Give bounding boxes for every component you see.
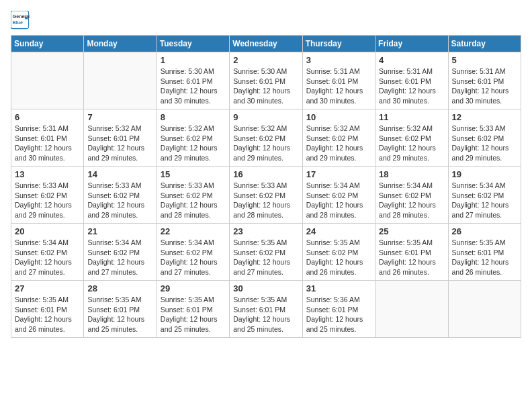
day-number: 22	[161, 226, 226, 236]
day-number: 30	[233, 283, 298, 293]
calendar-cell: 2Sunrise: 5:30 AMSunset: 6:01 PMDaylight…	[230, 52, 302, 109]
calendar-cell: 9Sunrise: 5:32 AMSunset: 6:02 PMDaylight…	[230, 109, 302, 167]
calendar-table: SundayMondayTuesdayWednesdayThursdayFrid…	[11, 35, 521, 338]
calendar-cell: 28Sunrise: 5:35 AMSunset: 6:01 PMDayligh…	[84, 281, 157, 338]
day-number: 15	[161, 169, 226, 179]
calendar-cell: 25Sunrise: 5:35 AMSunset: 6:01 PMDayligh…	[375, 224, 448, 281]
day-info: Sunrise: 5:35 AMSunset: 6:02 PMDaylight:…	[233, 238, 298, 277]
day-info: Sunrise: 5:31 AMSunset: 6:01 PMDaylight:…	[15, 124, 80, 163]
day-info: Sunrise: 5:31 AMSunset: 6:01 PMDaylight:…	[452, 66, 517, 106]
calendar-cell: 21Sunrise: 5:34 AMSunset: 6:02 PMDayligh…	[84, 224, 157, 281]
calendar-cell: 27Sunrise: 5:35 AMSunset: 6:01 PMDayligh…	[11, 281, 84, 338]
weekday-header-thursday: Thursday	[302, 36, 375, 52]
day-info: Sunrise: 5:34 AMSunset: 6:02 PMDaylight:…	[379, 181, 444, 220]
calendar-cell	[11, 52, 84, 109]
day-info: Sunrise: 5:31 AMSunset: 6:01 PMDaylight:…	[306, 66, 371, 106]
day-number: 20	[15, 226, 80, 236]
day-number: 3	[306, 55, 371, 65]
calendar-cell: 26Sunrise: 5:35 AMSunset: 6:01 PMDayligh…	[448, 224, 521, 281]
day-info: Sunrise: 5:35 AMSunset: 6:01 PMDaylight:…	[233, 295, 298, 334]
calendar-cell: 3Sunrise: 5:31 AMSunset: 6:01 PMDaylight…	[302, 52, 375, 109]
week-row-4: 20Sunrise: 5:34 AMSunset: 6:02 PMDayligh…	[11, 224, 521, 281]
day-number: 12	[452, 112, 517, 122]
day-info: Sunrise: 5:35 AMSunset: 6:01 PMDaylight:…	[379, 238, 444, 277]
day-number: 19	[452, 169, 517, 179]
day-number: 2	[233, 55, 298, 65]
calendar-cell: 17Sunrise: 5:34 AMSunset: 6:02 PMDayligh…	[302, 167, 375, 224]
day-info: Sunrise: 5:34 AMSunset: 6:02 PMDaylight:…	[452, 181, 517, 220]
calendar-body: 1Sunrise: 5:30 AMSunset: 6:01 PMDaylight…	[11, 52, 521, 338]
day-number: 16	[233, 169, 298, 179]
day-info: Sunrise: 5:31 AMSunset: 6:01 PMDaylight:…	[379, 66, 444, 106]
calendar-cell: 10Sunrise: 5:32 AMSunset: 6:02 PMDayligh…	[302, 109, 375, 167]
weekday-header-row: SundayMondayTuesdayWednesdayThursdayFrid…	[11, 36, 521, 52]
weekday-header-friday: Friday	[375, 36, 448, 52]
day-info: Sunrise: 5:36 AMSunset: 6:01 PMDaylight:…	[306, 295, 371, 334]
day-info: Sunrise: 5:32 AMSunset: 6:02 PMDaylight:…	[306, 124, 371, 163]
day-info: Sunrise: 5:34 AMSunset: 6:02 PMDaylight:…	[15, 238, 80, 277]
calendar-cell: 19Sunrise: 5:34 AMSunset: 6:02 PMDayligh…	[448, 167, 521, 224]
day-number: 27	[15, 283, 80, 293]
calendar-cell: 18Sunrise: 5:34 AMSunset: 6:02 PMDayligh…	[375, 167, 448, 224]
calendar-cell: 5Sunrise: 5:31 AMSunset: 6:01 PMDaylight…	[448, 52, 521, 109]
logo: General Blue	[11, 11, 30, 30]
calendar-cell: 11Sunrise: 5:32 AMSunset: 6:02 PMDayligh…	[375, 109, 448, 167]
calendar-cell: 16Sunrise: 5:33 AMSunset: 6:02 PMDayligh…	[230, 167, 302, 224]
day-info: Sunrise: 5:33 AMSunset: 6:02 PMDaylight:…	[452, 124, 517, 163]
calendar-cell: 14Sunrise: 5:33 AMSunset: 6:02 PMDayligh…	[84, 167, 157, 224]
day-number: 8	[161, 112, 226, 122]
day-info: Sunrise: 5:34 AMSunset: 6:02 PMDaylight:…	[306, 181, 371, 220]
calendar-cell: 7Sunrise: 5:32 AMSunset: 6:01 PMDaylight…	[84, 109, 157, 167]
day-number: 18	[379, 169, 444, 179]
calendar-cell: 20Sunrise: 5:34 AMSunset: 6:02 PMDayligh…	[11, 224, 84, 281]
day-number: 14	[87, 169, 152, 179]
day-info: Sunrise: 5:35 AMSunset: 6:01 PMDaylight:…	[452, 238, 517, 277]
day-number: 13	[15, 169, 80, 179]
weekday-header-saturday: Saturday	[448, 36, 521, 52]
day-info: Sunrise: 5:33 AMSunset: 6:02 PMDaylight:…	[233, 181, 298, 220]
day-info: Sunrise: 5:35 AMSunset: 6:02 PMDaylight:…	[306, 238, 371, 277]
day-info: Sunrise: 5:34 AMSunset: 6:02 PMDaylight:…	[161, 238, 226, 277]
day-info: Sunrise: 5:32 AMSunset: 6:02 PMDaylight:…	[233, 124, 298, 163]
page-header: General Blue	[11, 11, 521, 30]
week-row-2: 6Sunrise: 5:31 AMSunset: 6:01 PMDaylight…	[11, 109, 521, 167]
week-row-5: 27Sunrise: 5:35 AMSunset: 6:01 PMDayligh…	[11, 281, 521, 338]
weekday-header-monday: Monday	[84, 36, 157, 52]
calendar-cell: 6Sunrise: 5:31 AMSunset: 6:01 PMDaylight…	[11, 109, 84, 167]
weekday-header-wednesday: Wednesday	[230, 36, 302, 52]
calendar-cell: 22Sunrise: 5:34 AMSunset: 6:02 PMDayligh…	[157, 224, 229, 281]
week-row-3: 13Sunrise: 5:33 AMSunset: 6:02 PMDayligh…	[11, 167, 521, 224]
calendar-cell: 24Sunrise: 5:35 AMSunset: 6:02 PMDayligh…	[302, 224, 375, 281]
day-info: Sunrise: 5:35 AMSunset: 6:01 PMDaylight:…	[87, 295, 152, 334]
day-number: 9	[233, 112, 298, 122]
day-number: 31	[306, 283, 371, 293]
calendar-cell: 13Sunrise: 5:33 AMSunset: 6:02 PMDayligh…	[11, 167, 84, 224]
calendar-cell: 1Sunrise: 5:30 AMSunset: 6:01 PMDaylight…	[157, 52, 229, 109]
calendar-cell: 12Sunrise: 5:33 AMSunset: 6:02 PMDayligh…	[448, 109, 521, 167]
day-info: Sunrise: 5:30 AMSunset: 6:01 PMDaylight:…	[233, 66, 298, 106]
day-info: Sunrise: 5:32 AMSunset: 6:02 PMDaylight:…	[379, 124, 444, 163]
day-number: 28	[87, 283, 152, 293]
day-info: Sunrise: 5:30 AMSunset: 6:01 PMDaylight:…	[161, 66, 226, 106]
day-info: Sunrise: 5:33 AMSunset: 6:02 PMDaylight:…	[87, 181, 152, 220]
day-info: Sunrise: 5:35 AMSunset: 6:01 PMDaylight:…	[15, 295, 80, 334]
day-number: 6	[15, 112, 80, 122]
day-number: 21	[87, 226, 152, 236]
calendar-cell	[84, 52, 157, 109]
calendar-cell: 23Sunrise: 5:35 AMSunset: 6:02 PMDayligh…	[230, 224, 302, 281]
weekday-header-tuesday: Tuesday	[157, 36, 229, 52]
week-row-1: 1Sunrise: 5:30 AMSunset: 6:01 PMDaylight…	[11, 52, 521, 109]
day-number: 29	[161, 283, 226, 293]
day-number: 24	[306, 226, 371, 236]
calendar-cell: 4Sunrise: 5:31 AMSunset: 6:01 PMDaylight…	[375, 52, 448, 109]
calendar-cell	[375, 281, 448, 338]
weekday-header-sunday: Sunday	[11, 36, 84, 52]
day-info: Sunrise: 5:33 AMSunset: 6:02 PMDaylight:…	[15, 181, 80, 220]
calendar-cell: 8Sunrise: 5:32 AMSunset: 6:02 PMDaylight…	[157, 109, 229, 167]
calendar-cell: 15Sunrise: 5:33 AMSunset: 6:02 PMDayligh…	[157, 167, 229, 224]
day-number: 10	[306, 112, 371, 122]
day-info: Sunrise: 5:35 AMSunset: 6:01 PMDaylight:…	[161, 295, 226, 334]
svg-text:Blue: Blue	[13, 20, 23, 25]
calendar-cell: 30Sunrise: 5:35 AMSunset: 6:01 PMDayligh…	[230, 281, 302, 338]
day-number: 26	[452, 226, 517, 236]
